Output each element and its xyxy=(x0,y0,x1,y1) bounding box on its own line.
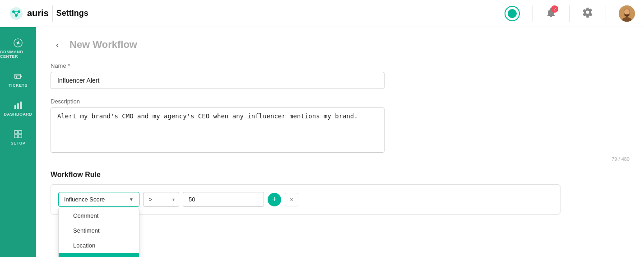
rule-type-select[interactable]: Influence Score ▼ xyxy=(58,192,139,207)
description-label: Description xyxy=(51,98,630,105)
page-title: New Workflow xyxy=(69,39,137,51)
rule-row: Influence Score ▼ ✓ Comment ✓ Sentiment xyxy=(58,192,553,207)
topbar-right: 2 xyxy=(505,5,635,22)
name-label: Name * xyxy=(51,62,630,69)
notifications-button[interactable]: 2 xyxy=(546,7,556,20)
name-field-group: Name * xyxy=(51,62,630,89)
topbar-sep4 xyxy=(606,5,606,22)
svg-rect-12 xyxy=(15,74,21,78)
status-dot-inner xyxy=(508,9,517,18)
rule-type-dropdown: ✓ Comment ✓ Sentiment ✓ Location ✓ xyxy=(58,208,139,257)
sidebar-item-setup[interactable]: SETUP xyxy=(0,123,36,152)
operator-wrapper: > < = >= <= xyxy=(143,192,179,207)
status-indicator[interactable] xyxy=(505,6,520,21)
svg-rect-18 xyxy=(14,131,18,134)
topbar-separator xyxy=(52,5,53,22)
sidebar-item-dashboard[interactable]: DASHBOARD xyxy=(0,94,36,123)
workflow-rule-section: Workflow Rule Influence Score ▼ ✓ Commen… xyxy=(51,171,630,215)
rule-type-wrapper: Influence Score ▼ ✓ Comment ✓ Sentiment xyxy=(58,192,139,207)
logo[interactable]: auris xyxy=(9,6,49,21)
sidebar-item-label-setup: SETUP xyxy=(11,141,26,145)
dropdown-item-location[interactable]: ✓ Location xyxy=(59,238,139,253)
add-rule-button[interactable]: + xyxy=(268,193,281,206)
dropdown-label-comment: Comment xyxy=(73,212,98,219)
tag-icon xyxy=(13,71,23,81)
sidebar: COMMAND CENTER TICKETS DASHBOARD SETUP xyxy=(0,27,36,257)
dropdown-item-sentiment[interactable]: ✓ Sentiment xyxy=(59,223,139,238)
user-avatar[interactable] xyxy=(619,5,635,22)
svg-rect-21 xyxy=(19,135,22,138)
grid-icon xyxy=(13,129,23,139)
sidebar-item-command-center[interactable]: COMMAND CENTER xyxy=(0,32,36,65)
workflow-rule-container: Influence Score ▼ ✓ Comment ✓ Sentiment xyxy=(51,184,561,215)
operator-select[interactable]: > < = >= <= xyxy=(143,192,179,207)
rule-type-chevron: ▼ xyxy=(129,197,134,202)
sidebar-item-label-command: COMMAND CENTER xyxy=(0,50,36,59)
back-button[interactable]: ‹ xyxy=(51,38,64,51)
logo-icon xyxy=(9,6,23,21)
svg-point-0 xyxy=(10,7,23,20)
page-header: ‹ New Workflow xyxy=(51,38,630,51)
sidebar-item-label-tickets: TICKETS xyxy=(9,83,28,88)
workflow-rule-title: Workflow Rule xyxy=(51,171,630,179)
topbar: auris Settings 2 xyxy=(0,0,644,27)
description-textarea[interactable] xyxy=(51,107,385,153)
logo-text: auris xyxy=(27,8,49,19)
topbar-title: Settings xyxy=(56,9,88,18)
remove-rule-button[interactable]: × xyxy=(285,193,298,206)
bolt-icon xyxy=(13,38,23,48)
description-counter: 79 / 480 xyxy=(51,156,630,162)
rule-type-selected-label: Influence Score xyxy=(64,196,105,203)
name-input[interactable] xyxy=(51,72,385,89)
notif-badge: 2 xyxy=(551,5,558,13)
svg-rect-20 xyxy=(14,135,18,138)
dropdown-item-comment[interactable]: ✓ Comment xyxy=(59,208,139,223)
svg-rect-15 xyxy=(14,105,16,109)
settings-button[interactable] xyxy=(582,7,593,20)
value-input[interactable] xyxy=(183,192,264,207)
dropdown-item-influence-score[interactable]: ✓ Influence Score xyxy=(59,253,139,257)
dropdown-label-sentiment: Sentiment xyxy=(73,227,100,234)
description-field-group: Description 79 / 480 xyxy=(51,98,630,162)
main-content: ‹ New Workflow Name * Description 79 / 4… xyxy=(36,27,644,257)
topbar-sep2 xyxy=(533,5,533,22)
sidebar-item-label-dashboard: DASHBOARD xyxy=(4,112,32,117)
svg-rect-16 xyxy=(17,103,19,109)
svg-rect-19 xyxy=(19,131,22,134)
gear-icon xyxy=(582,7,593,18)
topbar-sep3 xyxy=(569,5,570,22)
svg-rect-17 xyxy=(20,102,22,109)
svg-point-10 xyxy=(624,9,630,14)
sidebar-item-tickets[interactable]: TICKETS xyxy=(0,65,36,94)
bar-chart-icon xyxy=(13,100,23,110)
avatar-image xyxy=(619,5,635,22)
dropdown-label-location: Location xyxy=(73,242,95,249)
